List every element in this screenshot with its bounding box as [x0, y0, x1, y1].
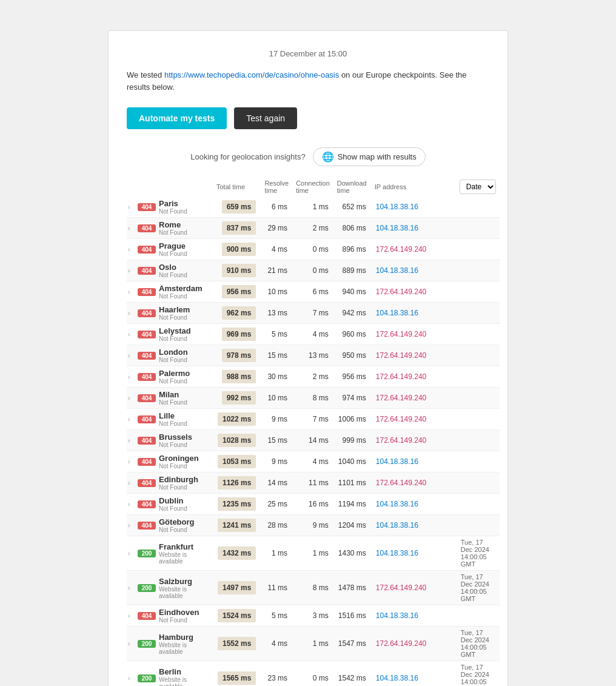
table-row[interactable]: › 404 Oslo Not Found 910 ms 21 ms 0 ms 8… — [127, 260, 500, 281]
status-badge: 404 — [138, 437, 156, 445]
resolve-time: 4 ms — [261, 627, 292, 661]
download-time: 1006 ms — [333, 409, 371, 430]
connect-time: 7 ms — [292, 303, 333, 324]
download-time: 1204 ms — [333, 515, 371, 536]
city-name: Hamburg — [159, 633, 209, 642]
table-row[interactable]: › 404 Eindhoven Not Found 1524 ms 5 ms 3… — [127, 605, 500, 627]
col-resolve: Resolve time — [261, 177, 292, 197]
expand-arrow[interactable]: › — [127, 536, 134, 571]
city-name: Eindhoven — [159, 608, 199, 617]
results-table: Total time Resolve time Connection time … — [127, 177, 500, 686]
location-cell: 404 Oslo Not Found — [134, 260, 213, 281]
expand-arrow[interactable]: › — [127, 260, 134, 281]
status-subtext: Website is available — [159, 551, 209, 565]
city-name: Dublin — [159, 496, 187, 505]
status-badge: 404 — [138, 415, 156, 423]
expand-arrow[interactable]: › — [127, 430, 134, 451]
table-row[interactable]: › 404 Rome Not Found 837 ms 29 ms 2 ms 8… — [127, 218, 500, 239]
total-time: 1028 ms — [213, 430, 261, 451]
status-badge: 200 — [138, 674, 156, 682]
ip-address: 172.64.149.240 — [371, 430, 456, 451]
automate-button[interactable]: Automate my tests — [127, 107, 227, 129]
resolve-time: 13 ms — [261, 303, 292, 324]
show-map-button[interactable]: 🌐 Show map with results — [313, 147, 426, 166]
table-row[interactable]: › 200 Berlin Website is available 1565 m… — [127, 661, 500, 687]
status-badge: 404 — [138, 309, 156, 317]
date-value — [456, 303, 500, 324]
status-badge: 404 — [138, 479, 156, 487]
expand-arrow[interactable]: › — [127, 571, 134, 605]
date-select[interactable]: Date — [460, 180, 496, 194]
location-cell: 200 Berlin Website is available — [134, 661, 213, 687]
download-time: 1101 ms — [333, 472, 371, 494]
date-value: Tue, 17 Dec 2024 14:00:05 GMT — [456, 661, 500, 687]
total-time: 900 ms — [213, 239, 261, 260]
expand-arrow[interactable]: › — [127, 239, 134, 260]
download-time: 1430 ms — [333, 536, 371, 571]
table-row[interactable]: › 404 Lelystad Not Found 969 ms 5 ms 4 m… — [127, 324, 500, 345]
table-row[interactable]: › 200 Salzburg Website is available 1497… — [127, 571, 500, 605]
connect-time: 1 ms — [292, 536, 333, 571]
table-row[interactable]: › 404 Amsterdam Not Found 956 ms 10 ms 6… — [127, 281, 500, 303]
connect-time: 0 ms — [292, 239, 333, 260]
date-value — [456, 197, 500, 218]
test-again-button[interactable]: Test again — [234, 107, 297, 129]
location-cell: 404 London Not Found — [134, 345, 213, 366]
expand-arrow[interactable]: › — [127, 627, 134, 661]
location-cell: 404 Amsterdam Not Found — [134, 281, 213, 303]
total-time: 1432 ms — [213, 536, 261, 571]
ip-address: 172.64.149.240 — [371, 388, 456, 409]
table-row[interactable]: › 404 Lille Not Found 1022 ms 9 ms 7 ms … — [127, 409, 500, 430]
expand-arrow[interactable]: › — [127, 281, 134, 303]
expand-arrow[interactable]: › — [127, 605, 134, 627]
expand-arrow[interactable]: › — [127, 324, 134, 345]
table-row[interactable]: › 404 Dublin Not Found 1235 ms 25 ms 16 … — [127, 494, 500, 515]
table-row[interactable]: › 404 Edinburgh Not Found 1126 ms 14 ms … — [127, 472, 500, 494]
expand-arrow[interactable]: › — [127, 197, 134, 218]
expand-arrow[interactable]: › — [127, 494, 134, 515]
table-row[interactable]: › 404 Haarlem Not Found 962 ms 13 ms 7 m… — [127, 303, 500, 324]
table-row[interactable]: › 404 Prague Not Found 900 ms 4 ms 0 ms … — [127, 239, 500, 260]
ip-address: 172.64.149.240 — [371, 345, 456, 366]
expand-arrow[interactable]: › — [127, 451, 134, 472]
status-subtext: Not Found — [159, 378, 190, 385]
geo-label: Looking for geolocation insights? — [190, 152, 305, 161]
table-row[interactable]: › 404 Groningen Not Found 1053 ms 9 ms 4… — [127, 451, 500, 472]
table-row[interactable]: › 200 Hamburg Website is available 1552 … — [127, 627, 500, 661]
download-time: 960 ms — [333, 324, 371, 345]
expand-arrow[interactable]: › — [127, 218, 134, 239]
expand-arrow[interactable]: › — [127, 345, 134, 366]
download-time: 1478 ms — [333, 571, 371, 605]
expand-arrow[interactable]: › — [127, 472, 134, 494]
table-row[interactable]: › 404 Milan Not Found 992 ms 10 ms 8 ms … — [127, 388, 500, 409]
total-time: 1235 ms — [213, 494, 261, 515]
status-badge: 404 — [138, 246, 156, 254]
table-row[interactable]: › 200 Frankfurt Website is available 143… — [127, 536, 500, 571]
status-subtext: Not Found — [159, 420, 187, 427]
total-time: 1241 ms — [213, 515, 261, 536]
table-row[interactable]: › 404 London Not Found 978 ms 15 ms 13 m… — [127, 345, 500, 366]
expand-arrow[interactable]: › — [127, 303, 134, 324]
resolve-time: 6 ms — [261, 197, 292, 218]
total-time: 659 ms — [213, 197, 261, 218]
table-row[interactable]: › 404 Paris Not Found 659 ms 6 ms 1 ms 6… — [127, 197, 500, 218]
city-name: Oslo — [159, 263, 187, 272]
download-time: 652 ms — [333, 197, 371, 218]
ip-address: 104.18.38.16 — [371, 303, 456, 324]
total-time: 1022 ms — [213, 409, 261, 430]
city-name: Brussels — [159, 432, 192, 442]
city-name: Göteborg — [159, 517, 195, 526]
status-subtext: Not Found — [159, 399, 187, 406]
expand-arrow[interactable]: › — [127, 409, 134, 430]
location-cell: 200 Frankfurt Website is available — [134, 536, 213, 571]
city-name: Paris — [159, 199, 187, 208]
expand-arrow[interactable]: › — [127, 661, 134, 687]
table-row[interactable]: › 404 Brussels Not Found 1028 ms 15 ms 1… — [127, 430, 500, 451]
expand-arrow[interactable]: › — [127, 366, 134, 388]
table-row[interactable]: › 404 Palermo Not Found 988 ms 30 ms 2 m… — [127, 366, 500, 388]
tested-url[interactable]: https://www.techopedia.com/de/casino/ohn… — [164, 70, 339, 79]
status-subtext: Not Found — [159, 442, 192, 448]
expand-arrow[interactable]: › — [127, 388, 134, 409]
expand-arrow[interactable]: › — [127, 515, 134, 536]
table-row[interactable]: › 404 Göteborg Not Found 1241 ms 28 ms 9… — [127, 515, 500, 536]
